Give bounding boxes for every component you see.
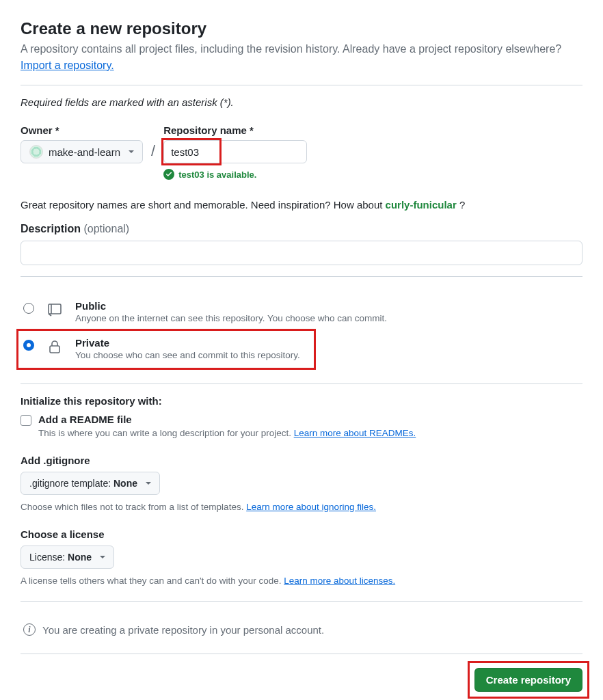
gitignore-heading: Add .gitignore [21, 455, 582, 466]
description-label: Description (optional) [21, 223, 582, 235]
svg-rect-0 [49, 304, 61, 314]
license-learn-more-link[interactable]: Learn more about licenses. [284, 576, 395, 586]
repo-public-icon [46, 301, 63, 320]
license-heading: Choose a license [21, 528, 582, 540]
readme-checkbox-row[interactable]: Add a README file [21, 414, 582, 426]
page-subtitle: A repository contains all project files,… [21, 41, 582, 74]
suggested-name[interactable]: curly-funicular [386, 199, 457, 211]
owner-value: make-and-learn [49, 146, 120, 158]
gitignore-learn-more-link[interactable]: Learn more about ignoring files. [246, 502, 376, 512]
gitignore-select[interactable]: .gitignore template: None [21, 472, 160, 495]
divider [21, 654, 582, 654]
svg-rect-1 [50, 346, 59, 353]
private-title: Private [75, 337, 300, 349]
visibility-private-option[interactable]: Private You choose who can see and commi… [21, 330, 582, 367]
readme-learn-more-link[interactable]: Learn more about READMEs. [294, 428, 416, 438]
inspiration-text: Great repository names are short and mem… [21, 199, 582, 211]
owner-select[interactable]: make-and-learn [21, 140, 143, 163]
license-help: A license tells others what they can and… [21, 576, 582, 586]
availability-status: test03 is available. [163, 169, 307, 180]
private-desc: You choose who can see and commit to thi… [75, 350, 300, 360]
readme-desc: This is where you can write a long descr… [38, 428, 582, 438]
slash-separator: / [148, 142, 158, 160]
caret-down-icon [129, 150, 134, 153]
required-fields-note: Required fields are marked with an aster… [21, 96, 582, 108]
initialize-heading: Initialize this repository with: [21, 395, 582, 407]
divider [21, 276, 582, 277]
info-message: i You are creating a private repository … [21, 612, 582, 643]
readme-title: Add a README file [38, 414, 132, 425]
visibility-public-option[interactable]: Public Anyone on the internet can see th… [21, 293, 582, 330]
info-icon: i [23, 623, 36, 636]
radio-unchecked-icon [23, 303, 34, 314]
repo-name-label: Repository name * [163, 124, 307, 136]
owner-avatar-icon [29, 145, 43, 159]
caret-down-icon [146, 482, 151, 485]
license-select[interactable]: License: None [21, 546, 114, 569]
create-repository-button[interactable]: Create repository [474, 668, 582, 692]
public-desc: Anyone on the internet can see this repo… [75, 313, 387, 323]
check-circle-icon [163, 169, 174, 180]
gitignore-help: Choose which files not to track from a l… [21, 502, 582, 512]
repo-name-input[interactable] [163, 140, 307, 163]
public-title: Public [75, 300, 387, 312]
owner-label: Owner * [21, 124, 143, 136]
caret-down-icon [100, 556, 105, 558]
page-title: Create a new repository [21, 19, 582, 38]
divider [21, 383, 582, 384]
radio-checked-icon [23, 340, 34, 351]
description-input[interactable] [21, 241, 582, 265]
import-repository-link[interactable]: Import a repository. [21, 59, 114, 71]
checkbox-unchecked-icon [21, 415, 31, 426]
divider [21, 601, 582, 602]
divider [21, 85, 582, 85]
lock-icon [46, 338, 63, 357]
